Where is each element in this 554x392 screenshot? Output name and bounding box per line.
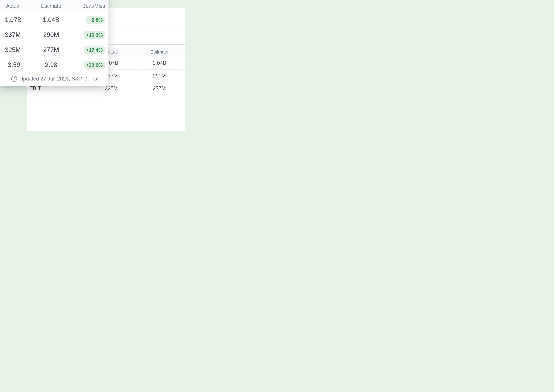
- info-icon[interactable]: i: [11, 76, 17, 82]
- cell-estimate: 277M: [33, 42, 69, 57]
- metric-estimate: 1.04B: [134, 57, 185, 70]
- table-row: 3.59 2.98 +20.6%: [0, 57, 108, 72]
- beat-miss-badge: +20.6%: [84, 61, 105, 69]
- table-row: 1.07B 1.04B +2.8%: [0, 12, 108, 28]
- updated-text: Updated 27 Jul, 2023, S&P Global: [19, 76, 98, 82]
- col-estimate: Estimate: [33, 0, 69, 12]
- metric-estimate: 277M: [134, 82, 185, 95]
- card-footer: i Updated 27 Jul, 2023, S&P Global: [0, 72, 108, 86]
- beat-miss-badge: +17.4%: [84, 46, 105, 54]
- col-actual: Actual: [0, 0, 33, 12]
- cell-actual: 337M: [0, 27, 33, 42]
- beat-miss-card: Actual Estimate Beat/Miss 1.07B 1.04B +2…: [0, 0, 108, 86]
- col-beat-miss: Beat/Miss: [69, 0, 108, 12]
- metric-estimate: 290M: [134, 70, 185, 82]
- cell-estimate: 290M: [33, 27, 69, 42]
- table-row: 325M 277M +17.4%: [0, 42, 108, 57]
- cell-actual: 325M: [0, 42, 33, 57]
- cell-actual: 1.07B: [0, 12, 33, 28]
- beat-miss-badge: +2.8%: [86, 16, 105, 24]
- cell-estimate: 2.98: [33, 57, 69, 72]
- cell-estimate: 1.04B: [33, 12, 69, 28]
- col-estimate: Estimate: [134, 47, 185, 57]
- cell-actual: 3.59: [0, 57, 33, 72]
- table-row: 337M 290M +16.3%: [0, 27, 108, 42]
- beat-miss-table: Actual Estimate Beat/Miss 1.07B 1.04B +2…: [0, 0, 108, 72]
- beat-miss-badge: +16.3%: [84, 31, 105, 39]
